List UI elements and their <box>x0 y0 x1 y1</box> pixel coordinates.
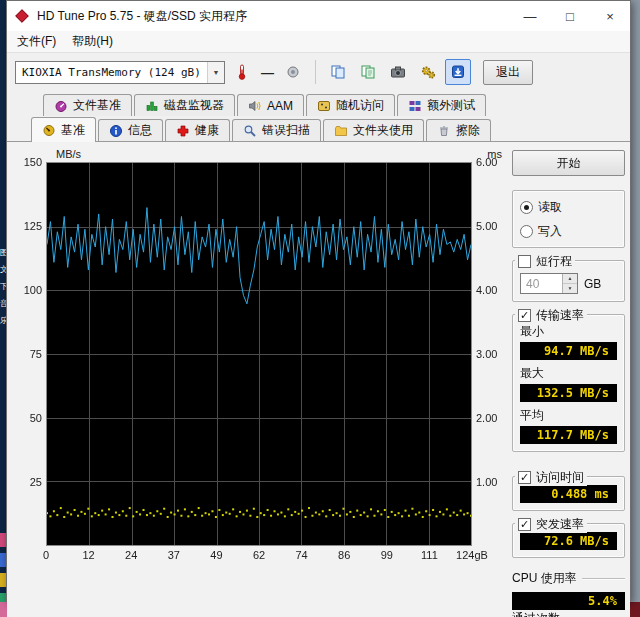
read-label: 读取 <box>538 199 562 216</box>
tab-row-primary: 基准 信息 健康 错误扫描 文件夹使用 擦除 <box>7 116 630 141</box>
divider <box>582 578 625 580</box>
copy-results-button[interactable] <box>355 59 381 85</box>
transfer-rate-label: 传输速率 <box>536 307 584 324</box>
pass-count-label: 通过次数 <box>512 610 560 617</box>
tab-erase[interactable]: 擦除 <box>426 119 491 141</box>
tab-label: 基准 <box>61 122 85 139</box>
tab-label: 错误扫描 <box>262 122 310 139</box>
short-stroke-group: 短行程 40 ▲ ▼ GB <box>512 260 625 302</box>
tab-health[interactable]: 健康 <box>165 119 230 141</box>
spinner-down-icon[interactable]: ▼ <box>563 284 577 293</box>
benchmark-content: MB/s ms 150125100755025 6.005.004.003.00… <box>7 141 630 617</box>
tab-random-access[interactable]: 随机访问 <box>306 94 395 116</box>
window-controls: — □ × <box>510 1 630 31</box>
settings-gears-button[interactable] <box>415 59 441 85</box>
tab-row-secondary: 文件基准 磁盘监视器 AAM 随机访问 额外测试 <box>7 91 630 116</box>
y-axis-left: 150125100755025 <box>12 162 46 546</box>
menu-help[interactable]: 帮助(H) <box>64 30 121 53</box>
burst-rate-display: 72.6 MB/s <box>520 532 617 550</box>
exit-button[interactable]: 退出 <box>483 60 533 85</box>
tab-extra-tests[interactable]: 额外测试 <box>397 94 486 116</box>
control-panel: 开始 读取 写入 短行程 <box>512 148 625 617</box>
drive-select-value: KIOXIA TransMemory (124 gB) <box>22 66 207 79</box>
tab-label: 额外测试 <box>427 97 475 114</box>
spinner: ▲ ▼ <box>562 274 577 293</box>
write-radio[interactable]: 写入 <box>520 223 617 240</box>
chevron-down-icon[interactable]: ▼ <box>207 62 224 83</box>
benchmark-plot <box>47 163 471 545</box>
chart-area: MB/s ms 150125100755025 6.005.004.003.00… <box>12 148 504 617</box>
gb-label: GB <box>584 277 601 291</box>
pass-count-section: 通过次数 <box>512 610 625 617</box>
tab-label: 磁盘监视器 <box>164 97 224 114</box>
health-cross-icon <box>176 124 190 138</box>
maximize-button[interactable]: □ <box>550 1 590 31</box>
chart-units: MB/s ms <box>12 148 504 162</box>
cpu-usage-display: 5.4% <box>512 592 625 610</box>
tab-error-scan[interactable]: 错误扫描 <box>232 119 321 141</box>
copy-screenshot-button[interactable] <box>325 59 351 85</box>
menu-file[interactable]: 文件(F) <box>9 30 64 53</box>
start-button[interactable]: 开始 <box>512 150 625 176</box>
checkbox-checked-icon <box>518 309 531 322</box>
avg-label: 平均 <box>520 407 617 424</box>
tab-aam[interactable]: AAM <box>237 94 304 116</box>
app-icon <box>15 9 29 23</box>
tab-label: AAM <box>267 99 293 113</box>
tab-label: 擦除 <box>456 122 480 139</box>
hdtune-window: HD Tune Pro 5.75 - 硬盘/SSD 实用程序 — □ × 文件(… <box>6 0 631 602</box>
tab-label: 文件夹使用 <box>353 122 413 139</box>
transfer-rate-checkbox[interactable]: 传输速率 <box>518 307 584 324</box>
checkbox-checked-icon <box>518 518 531 531</box>
magnifier-icon <box>243 124 257 138</box>
short-stroke-label: 短行程 <box>536 253 572 270</box>
tab-benchmark[interactable]: 基准 <box>31 117 96 142</box>
access-time-label: 访问时间 <box>536 469 584 486</box>
burst-rate-label: 突发速率 <box>536 516 584 533</box>
transfer-rate-group: 传输速率 最小 94.7 MB/s 最大 132.5 MB/s 平均 117.7… <box>512 314 625 452</box>
extra-tests-icon <box>408 99 422 113</box>
access-time-display: 0.488 ms <box>520 485 617 503</box>
title-bar[interactable]: HD Tune Pro 5.75 - 硬盘/SSD 实用程序 — □ × <box>7 1 630 31</box>
trash-icon <box>437 124 451 138</box>
tab-file-benchmark[interactable]: 文件基准 <box>43 94 132 116</box>
avg-value-display: 117.7 MB/s <box>520 426 617 444</box>
tab-label: 健康 <box>195 122 219 139</box>
save-download-button[interactable] <box>445 59 471 85</box>
file-benchmark-icon <box>54 99 68 113</box>
spinner-up-icon[interactable]: ▲ <box>563 274 577 284</box>
dice-icon <box>317 99 331 113</box>
drive-select[interactable]: KIOXIA TransMemory (124 gB) ▼ <box>15 61 225 84</box>
y-axis-unit-left: MB/s <box>56 148 81 162</box>
access-time-checkbox[interactable]: 访问时间 <box>518 469 584 486</box>
benchmark-gauge-icon <box>42 123 56 137</box>
cpu-usage-section: CPU 使用率 <box>512 570 625 587</box>
min-label: 最小 <box>520 323 617 340</box>
radio-selected-icon <box>520 201 533 214</box>
minimize-button[interactable]: — <box>510 1 550 31</box>
tab-disk-monitor[interactable]: 磁盘监视器 <box>134 94 235 116</box>
toolbar: KIOXIA TransMemory (124 gB) ▼ — 退出 <box>7 53 630 91</box>
tab-info[interactable]: 信息 <box>98 119 163 141</box>
disk-monitor-icon <box>145 99 159 113</box>
write-label: 写入 <box>538 223 562 240</box>
temperature-icon <box>229 59 255 85</box>
screenshot-camera-button[interactable] <box>385 59 411 85</box>
close-button[interactable]: × <box>590 1 630 31</box>
short-stroke-checkbox[interactable]: 短行程 <box>518 253 572 270</box>
plot-frame <box>46 162 472 546</box>
tab-folder-usage[interactable]: 文件夹使用 <box>323 119 424 141</box>
read-write-group: 读取 写入 <box>512 190 625 248</box>
tab-label: 随机访问 <box>336 97 384 114</box>
max-label: 最大 <box>520 365 617 382</box>
max-value-display: 132.5 MB/s <box>520 384 617 402</box>
short-stroke-size-value: 40 <box>521 274 562 293</box>
read-radio[interactable]: 读取 <box>520 199 617 216</box>
short-stroke-size-input[interactable]: 40 ▲ ▼ <box>520 273 578 294</box>
info-icon <box>109 124 123 138</box>
temperature-value: — <box>259 65 276 80</box>
tab-label: 文件基准 <box>73 97 121 114</box>
speaker-icon <box>248 99 262 113</box>
checkbox-checked-icon <box>518 471 531 484</box>
burst-rate-checkbox[interactable]: 突发速率 <box>518 516 584 533</box>
